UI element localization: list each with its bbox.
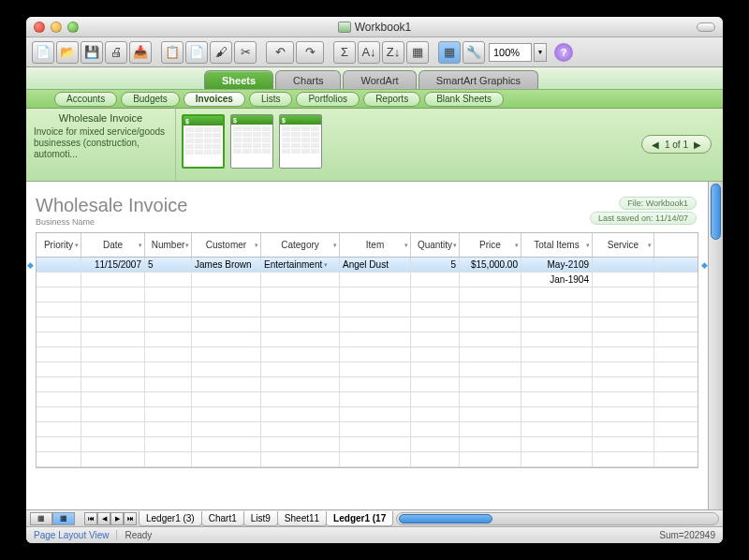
cell[interactable] xyxy=(37,287,81,302)
cell[interactable] xyxy=(192,377,261,391)
cell[interactable] xyxy=(593,422,654,436)
cell[interactable] xyxy=(145,273,192,287)
minimize-icon[interactable] xyxy=(51,22,62,33)
gallery-button[interactable]: ▦ xyxy=(438,41,461,64)
save-button[interactable]: 💾 xyxy=(81,41,103,64)
toolbox-button[interactable]: 🔧 xyxy=(463,41,485,64)
import-button[interactable]: 📥 xyxy=(129,41,152,64)
cell[interactable] xyxy=(81,347,145,361)
cell[interactable] xyxy=(521,302,593,317)
normal-view-button[interactable]: ▦ xyxy=(30,512,52,525)
cell[interactable] xyxy=(340,362,411,376)
cell[interactable] xyxy=(593,452,654,466)
table-row[interactable] xyxy=(37,422,698,437)
cell[interactable] xyxy=(521,407,593,421)
cell[interactable] xyxy=(37,258,81,272)
cell[interactable] xyxy=(37,362,81,376)
cell[interactable] xyxy=(411,437,460,451)
cell[interactable] xyxy=(37,422,81,436)
pager-next-icon[interactable]: ▶ xyxy=(694,140,701,150)
sort-asc-button[interactable]: A↓ xyxy=(358,41,380,64)
cell[interactable] xyxy=(593,302,654,317)
new-button[interactable]: 📄 xyxy=(32,41,54,64)
cell[interactable] xyxy=(593,377,654,391)
cell[interactable] xyxy=(521,452,593,466)
cell[interactable] xyxy=(340,377,411,391)
cell[interactable]: Angel Dust xyxy=(340,258,411,272)
grid-body[interactable]: 11/15/20075James BrownEntertainment▾Ange… xyxy=(37,258,698,467)
cell[interactable] xyxy=(37,392,81,406)
cell[interactable]: James Brown xyxy=(192,258,261,272)
cell[interactable] xyxy=(460,287,521,302)
cell[interactable] xyxy=(192,452,261,466)
cell[interactable] xyxy=(37,302,81,317)
cell[interactable] xyxy=(145,362,192,376)
sheet-tab[interactable]: List9 xyxy=(243,511,278,526)
cell[interactable] xyxy=(192,317,261,332)
scroll-thumb[interactable] xyxy=(711,184,721,240)
cell[interactable] xyxy=(411,452,460,466)
cell[interactable] xyxy=(37,273,81,287)
cell[interactable] xyxy=(340,392,411,406)
cell[interactable] xyxy=(261,407,340,421)
cell[interactable] xyxy=(411,332,460,346)
table-row[interactable] xyxy=(37,437,698,452)
tab-smartart[interactable]: SmartArt Graphics xyxy=(419,70,538,89)
table-row[interactable]: Jan-1904 xyxy=(37,273,698,287)
table-row[interactable] xyxy=(37,347,698,362)
col-quantity[interactable]: Quantity▾ xyxy=(411,233,460,257)
cell[interactable] xyxy=(411,407,460,421)
cell[interactable] xyxy=(340,452,411,466)
cell[interactable] xyxy=(81,422,145,436)
cell[interactable] xyxy=(340,407,411,421)
subtab-portfolios[interactable]: Portfolios xyxy=(296,92,360,107)
table-row[interactable] xyxy=(37,302,698,317)
cell[interactable] xyxy=(192,362,261,376)
cell[interactable] xyxy=(37,332,81,346)
cell[interactable] xyxy=(145,332,192,346)
cell[interactable] xyxy=(261,302,340,317)
subtab-accounts[interactable]: Accounts xyxy=(54,92,117,107)
cell[interactable] xyxy=(411,377,460,391)
paste-button[interactable]: 📄 xyxy=(185,41,208,64)
cell[interactable] xyxy=(145,422,192,436)
cell[interactable] xyxy=(460,362,521,376)
cell[interactable] xyxy=(261,392,340,406)
next-sheet-button[interactable]: ▶ xyxy=(110,512,124,525)
table-row[interactable] xyxy=(37,317,698,332)
page-layout-view-button[interactable]: ▦ xyxy=(52,512,75,525)
cell[interactable] xyxy=(340,317,411,332)
row-handle-icon[interactable] xyxy=(26,258,35,273)
cell[interactable]: 11/15/2007 xyxy=(81,258,145,272)
cell[interactable] xyxy=(593,332,654,346)
clear-button[interactable]: ✂ xyxy=(234,41,257,64)
cell[interactable] xyxy=(460,332,521,346)
cell[interactable] xyxy=(192,273,261,287)
col-category[interactable]: Category▾ xyxy=(261,233,340,257)
cell[interactable]: 5 xyxy=(145,258,192,272)
cell[interactable] xyxy=(411,362,460,376)
cell[interactable] xyxy=(81,362,145,376)
cell[interactable] xyxy=(521,347,593,361)
vertical-scrollbar[interactable] xyxy=(708,182,723,509)
col-date[interactable]: Date▾ xyxy=(81,233,145,257)
cell[interactable] xyxy=(81,452,145,466)
zoom-input[interactable]: 100% xyxy=(489,43,532,62)
cell[interactable] xyxy=(593,437,654,451)
cell[interactable] xyxy=(593,273,654,287)
cell[interactable] xyxy=(340,422,411,436)
col-total[interactable]: Total Items▾ xyxy=(521,233,593,257)
cell[interactable] xyxy=(261,452,340,466)
cell[interactable] xyxy=(81,273,145,287)
cell[interactable] xyxy=(460,317,521,332)
col-priority[interactable]: Priority▾ xyxy=(37,233,81,257)
cell[interactable] xyxy=(37,407,81,421)
cell[interactable] xyxy=(261,437,340,451)
cell[interactable] xyxy=(521,332,593,346)
cell[interactable] xyxy=(145,377,192,391)
cell[interactable] xyxy=(37,437,81,451)
cell[interactable] xyxy=(411,287,460,302)
cell[interactable] xyxy=(593,287,654,302)
cell[interactable] xyxy=(460,273,521,287)
cell[interactable] xyxy=(37,377,81,391)
